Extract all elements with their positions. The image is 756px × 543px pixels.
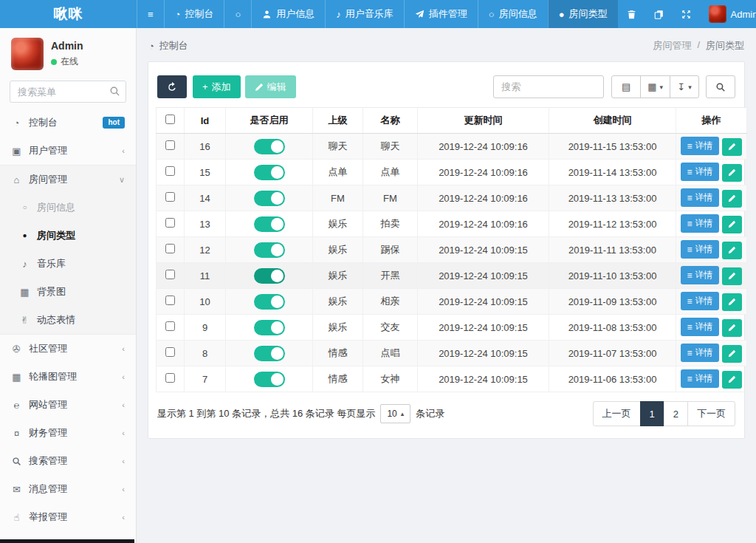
sidebar-item-user-mgmt[interactable]: ▣ 用户管理 ‹ (0, 137, 136, 165)
next-page-button[interactable]: 下一页 (687, 401, 735, 426)
enabled-toggle[interactable] (254, 216, 285, 232)
detail-button[interactable]: ≡详情 (681, 137, 718, 155)
select-checkbox[interactable] (165, 244, 175, 253)
select-checkbox[interactable] (165, 218, 175, 228)
enabled-toggle[interactable] (254, 346, 285, 361)
sidebar-subitem-emoji[interactable]: ✌ 动态表情 (0, 306, 136, 334)
row-edit-button[interactable] (722, 216, 742, 233)
fullscreen-button[interactable] (673, 0, 700, 28)
sidebar-item-finance[interactable]: ¤ 财务管理 ‹ (0, 419, 136, 447)
sidebar-subitem-background[interactable]: ▦ 背景图 (0, 278, 136, 306)
detail-button[interactable]: ≡详情 (681, 188, 718, 207)
enabled-toggle[interactable] (254, 165, 285, 180)
edit-button[interactable]: 编辑 (245, 75, 296, 98)
sidebar-item-reports[interactable]: ☝ 举报管理 ‹ (0, 503, 136, 531)
row-edit-button[interactable] (722, 164, 742, 182)
pencil-icon (728, 220, 736, 228)
sidebar-username: Admin (51, 40, 83, 52)
row-edit-button[interactable] (722, 319, 742, 337)
refresh-button[interactable] (157, 75, 187, 98)
breadcrumb-parent[interactable]: 房间管理 (653, 39, 691, 52)
row-edit-button[interactable] (722, 371, 742, 389)
select-checkbox[interactable] (165, 321, 175, 331)
prev-page-button[interactable]: 上一页 (593, 401, 641, 426)
select-checkbox[interactable] (165, 296, 175, 305)
select-checkbox[interactable] (165, 166, 175, 176)
sidebar-item-website[interactable]: ℮ 网站管理 ‹ (0, 391, 136, 419)
export-button[interactable]: ↧ ▾ (670, 75, 699, 98)
nav-item-dashboard[interactable]: ◔ 控制台 (164, 0, 224, 28)
sidebar-item-messages[interactable]: ✉ 消息管理 ‹ (0, 475, 136, 503)
row-edit-button[interactable] (722, 190, 742, 208)
circle-icon: ● (19, 232, 30, 239)
select-checkbox[interactable] (165, 192, 175, 202)
table-row: 13 娱乐 拍卖 2019-12-24 10:09:16 2019-11-12 … (157, 211, 747, 237)
navbar-right: Admin (618, 0, 756, 28)
detail-button[interactable]: ≡详情 (681, 369, 718, 388)
hot-badge: hot (103, 117, 125, 129)
sidebar-item-carousel[interactable]: ▦ 轮播图管理 ‹ (0, 363, 136, 391)
select-checkbox[interactable] (165, 347, 175, 357)
row-edit-button[interactable] (722, 345, 742, 363)
list-icon: ≡ (687, 193, 692, 203)
sidebar-subitem-room-info[interactable]: ○ 房间信息 (0, 194, 136, 222)
nav-label: 插件管理 (429, 7, 467, 21)
col-header-parent: 上级 (313, 108, 363, 134)
detail-button[interactable]: ≡详情 (681, 318, 718, 336)
detail-button[interactable]: ≡详情 (681, 292, 718, 310)
nav-item-room-info[interactable]: ○ 房间信息 (478, 0, 548, 28)
user-menu[interactable]: Admin (700, 0, 756, 28)
page-2-button[interactable]: 2 (664, 401, 688, 426)
sidebar-item-community[interactable]: ✇ 社区管理 ‹ (0, 335, 136, 363)
page-size-dropdown[interactable]: 10 ▴ (380, 404, 410, 423)
sidebar-item-room-mgmt[interactable]: ⌂ 房间管理 ∨ (0, 165, 136, 194)
music-icon: ♪ (19, 259, 30, 269)
internet-explorer-icon: ℮ (11, 400, 22, 410)
chevron-left-icon: ‹ (122, 428, 125, 437)
enabled-toggle[interactable] (254, 139, 285, 154)
detail-button[interactable]: ≡详情 (681, 240, 718, 259)
copy-files-icon (654, 10, 664, 19)
enabled-toggle[interactable] (254, 320, 285, 335)
nav-item-user-music[interactable]: ♪ 用户音乐库 (325, 0, 404, 28)
enabled-toggle[interactable] (254, 268, 285, 284)
detail-button[interactable]: ≡详情 (681, 266, 718, 284)
row-edit-button[interactable] (722, 267, 742, 285)
cell-updated: 2019-12-24 10:09:15 (418, 366, 549, 392)
row-edit-button[interactable] (722, 293, 742, 311)
row-edit-button[interactable] (722, 138, 742, 156)
select-checkbox[interactable] (165, 373, 175, 383)
columns-button[interactable]: ▦ ▾ (640, 75, 670, 98)
clear-cache-button[interactable] (645, 0, 673, 28)
nav-item-user-info[interactable]: 用户信息 (251, 0, 325, 28)
trash-button[interactable] (618, 0, 645, 28)
select-checkbox[interactable] (165, 270, 175, 279)
brand-logo[interactable]: 啾咪 (0, 0, 137, 28)
select-checkbox[interactable] (165, 140, 175, 150)
sidebar-toggle-button[interactable]: ≡ (137, 0, 164, 28)
sidebar-subitem-music-lib[interactable]: ♪ 音乐库 (0, 250, 136, 278)
add-button[interactable]: + 添加 (193, 75, 241, 98)
sidebar-item-search-mgmt[interactable]: 搜索管理 ‹ (0, 447, 136, 475)
enabled-toggle[interactable] (254, 242, 285, 258)
row-edit-button[interactable] (722, 242, 742, 259)
select-all-checkbox[interactable] (165, 115, 175, 124)
detail-button[interactable]: ≡详情 (681, 163, 718, 181)
nav-item-plugins[interactable]: 插件管理 (404, 0, 478, 28)
search-button[interactable] (706, 75, 735, 98)
detail-button[interactable]: ≡详情 (681, 214, 718, 233)
enabled-toggle[interactable] (254, 372, 285, 387)
pagination-switch-button[interactable]: ▤ (611, 75, 641, 98)
nav-item-room-type[interactable]: ● 房间类型 (548, 0, 618, 28)
col-header-actions: 操作 (676, 108, 747, 134)
enabled-toggle[interactable] (254, 191, 285, 206)
enabled-toggle[interactable] (254, 294, 285, 310)
sidebar-subitem-room-type[interactable]: ● 房间类型 (0, 222, 136, 250)
sidebar-bottom-strip (0, 539, 134, 543)
nav-item-circle[interactable]: ○ (224, 0, 251, 28)
search-icon (715, 82, 726, 92)
page-1-button[interactable]: 1 (640, 401, 664, 426)
detail-button[interactable]: ≡详情 (681, 344, 718, 362)
table-search-input[interactable] (493, 75, 604, 98)
sidebar-item-dashboard[interactable]: ◔ 控制台 hot (0, 109, 136, 137)
